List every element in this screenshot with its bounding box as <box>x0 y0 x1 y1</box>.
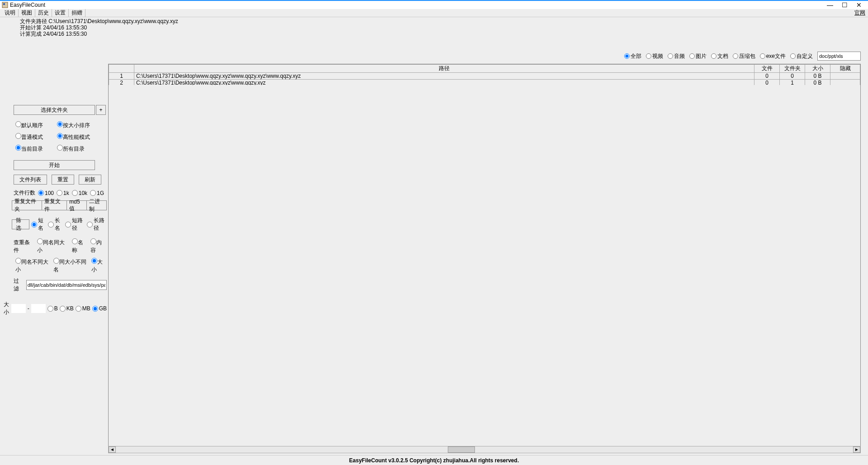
type-exe[interactable]: exe文件 <box>760 52 786 60</box>
name-long[interactable]: 长名 <box>48 217 63 232</box>
rows-100[interactable]: 100 <box>38 190 54 196</box>
unit-b[interactable]: B <box>47 305 58 312</box>
filter-button[interactable]: 筛选 <box>12 219 29 229</box>
reset-button[interactable]: 重置 <box>52 175 74 185</box>
menu-view[interactable]: 视图 <box>19 9 35 17</box>
scroll-right-icon[interactable]: ► <box>853 446 860 453</box>
mode-normal[interactable]: 普通模式 <box>15 133 57 141</box>
size-to-input[interactable] <box>31 304 46 313</box>
type-archive[interactable]: 压缩包 <box>733 52 755 60</box>
guolv-input[interactable] <box>26 280 107 290</box>
cond-namediffsize[interactable]: 同名不同大小 <box>15 258 51 274</box>
type-all[interactable]: 全部 <box>624 52 641 60</box>
scroll-left-icon[interactable]: ◄ <box>109 446 116 453</box>
menu-donate[interactable]: 捐赠 <box>69 9 85 17</box>
add-folder-button[interactable]: + <box>96 105 106 115</box>
select-folder-button[interactable]: 选择文件夹 <box>14 105 95 115</box>
rows-1k[interactable]: 1k <box>57 190 69 196</box>
path-short[interactable]: 短路径 <box>65 217 85 232</box>
rows-10k[interactable]: 10k <box>72 190 87 196</box>
order-default[interactable]: 默认顺序 <box>15 121 57 129</box>
type-audio[interactable]: 音频 <box>668 52 685 60</box>
cond-name[interactable]: 名称 <box>72 238 88 254</box>
refresh-button[interactable]: 刷新 <box>79 175 101 185</box>
scroll-thumb[interactable] <box>448 446 475 453</box>
official-link[interactable]: 官网 <box>854 9 865 17</box>
footer: EasyFileCount v3.0.2.5 Copyright(c) zhuj… <box>0 455 868 465</box>
start-button[interactable]: 开始 <box>14 160 95 170</box>
type-custom[interactable]: 自定义 <box>790 52 813 60</box>
dir-current[interactable]: 当前目录 <box>15 145 57 153</box>
horizontal-scrollbar[interactable]: ◄ ► <box>108 446 861 453</box>
menu-history[interactable]: 历史 <box>35 9 52 17</box>
type-image[interactable]: 图片 <box>689 52 707 60</box>
md5-button[interactable]: md5值 <box>66 200 86 210</box>
col-file[interactable]: 文件 <box>754 65 780 73</box>
unit-mb[interactable]: MB <box>76 305 90 312</box>
table-row[interactable]: 1 C:\Users\17371\Desktop\www.qqzy.xyz\ww… <box>109 73 860 80</box>
sidebar: 选择文件夹 + 默认顺序 按大小排序 普通模式 高性能模式 当前目录 所有目录 … <box>2 105 107 316</box>
col-path[interactable]: 路径 <box>134 65 754 73</box>
maximize-button[interactable]: ☐ <box>837 1 852 9</box>
col-index[interactable] <box>109 65 134 73</box>
cond-content[interactable]: 内容 <box>90 238 107 254</box>
rows-label: 文件行数 <box>14 189 35 197</box>
filelist-button[interactable]: 文件列表 <box>14 175 47 185</box>
cond-size[interactable]: 大小 <box>91 258 107 274</box>
binary-button[interactable]: 二进制 <box>86 200 107 210</box>
name-short[interactable]: 短名 <box>31 217 47 232</box>
table-header-row: 路径 文件 文件夹 大小 隐藏 <box>109 65 860 73</box>
minimize-button[interactable]: — <box>823 1 837 9</box>
close-button[interactable]: ✕ <box>852 1 866 9</box>
cond-namesize[interactable]: 同名同大小 <box>37 238 69 254</box>
status-done: 计算完成 24/04/16 13:55:30 <box>20 31 868 37</box>
menu-help[interactable]: 说明 <box>2 9 19 17</box>
table-empty-area <box>108 85 861 446</box>
type-filter-row: 全部 视频 音频 图片 文档 压缩包 exe文件 自定义 <box>624 52 861 61</box>
svg-rect-1 <box>3 3 5 5</box>
unit-gb[interactable]: GB <box>92 305 107 312</box>
size-from-input[interactable] <box>11 304 26 313</box>
cond-label: 查重条件 <box>14 239 34 254</box>
col-size[interactable]: 大小 <box>805 65 830 73</box>
app-icon <box>2 2 8 8</box>
mode-perf[interactable]: 高性能模式 <box>57 133 99 141</box>
status-path: 文件夹路径 C:\Users\17371\Desktop\www.qqzy.xy… <box>20 18 868 24</box>
size-dash: - <box>28 305 29 312</box>
titlebar: EasyFileCount — ☐ ✕ <box>0 0 868 9</box>
order-bysize[interactable]: 按大小排序 <box>57 121 99 129</box>
col-folder[interactable]: 文件夹 <box>780 65 805 73</box>
window-title: EasyFileCount <box>10 2 823 8</box>
custom-ext-input[interactable] <box>817 52 861 61</box>
result-table: 路径 文件 文件夹 大小 隐藏 1 C:\Users\17371\Desktop… <box>108 64 861 87</box>
dir-all[interactable]: 所有目录 <box>57 145 99 153</box>
menubar: 说明 视图 历史 设置 捐赠 官网 <box>0 9 868 17</box>
status-start: 开始计算 24/04/16 13:55:30 <box>20 24 868 31</box>
menu-settings[interactable]: 设置 <box>52 9 69 17</box>
col-hidden[interactable]: 隐藏 <box>830 65 860 73</box>
cond-sizediffname[interactable]: 同大小不同名 <box>53 258 89 274</box>
status-area: 文件夹路径 C:\Users\17371\Desktop\www.qqzy.xy… <box>0 17 868 38</box>
guolv-label: 过滤 <box>14 277 24 293</box>
size-label: 大小 <box>4 301 9 316</box>
dup-folder-button[interactable]: 重复文件夹 <box>12 200 42 210</box>
rows-1g[interactable]: 1G <box>90 190 104 196</box>
unit-kb[interactable]: KB <box>60 305 74 312</box>
type-doc[interactable]: 文档 <box>711 52 728 60</box>
dup-file-button[interactable]: 重复文件 <box>42 200 66 210</box>
scroll-track[interactable] <box>116 446 853 453</box>
type-video[interactable]: 视频 <box>646 52 663 60</box>
path-long[interactable]: 长路径 <box>87 217 107 232</box>
